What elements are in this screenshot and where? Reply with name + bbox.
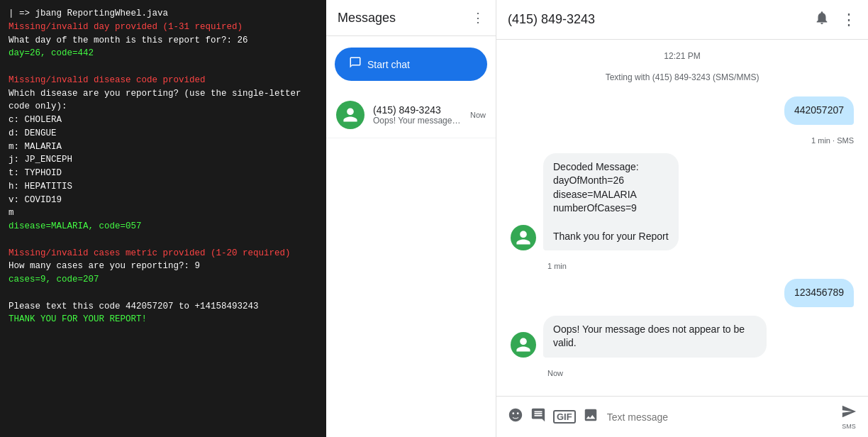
avatar-received-2 [511, 332, 536, 358]
terminal-line-18: Missing/invalid cases metric provided (1… [9, 247, 318, 260]
terminal-line-20: cases=9, code=207 [9, 273, 318, 287]
message-bubble-received-1: Decoded Message:dayOfMonth=26disease=MAL… [543, 153, 679, 251]
message-row-received-2: Oops! Your message does not appear to be… [511, 316, 854, 358]
send-button[interactable]: SMS [841, 404, 857, 430]
avatar-received-1 [511, 225, 536, 250]
message-meta-received-2: Now [547, 369, 854, 377]
avatar [336, 101, 365, 129]
chat-input-area: GIF SMS [496, 396, 868, 437]
chat-header-icons: ⋮ [814, 10, 857, 29]
chat-text-input[interactable] [607, 411, 833, 423]
send-label: SMS [842, 423, 856, 430]
terminal-line-23: THANK YOU FOR YOUR REPORT! [9, 313, 318, 326]
messages-panel: Messages ⋮ Start chat (415) 849-3243 Oop… [326, 0, 496, 437]
chat-input-icons: GIF [508, 407, 599, 426]
terminal-line-14: v: COVID19 [9, 194, 318, 207]
bell-icon[interactable] [814, 10, 830, 29]
chat-more-icon[interactable]: ⋮ [841, 11, 857, 29]
terminal-line-16: disease=MALARIA, code=057 [9, 220, 318, 233]
messages-header: Messages ⋮ [326, 0, 496, 36]
terminal-line-2: Missing/invalid day provided (1-31 requi… [9, 21, 318, 34]
timestamp-label: 12:21 PM [511, 51, 854, 61]
gif-icon[interactable]: GIF [553, 410, 576, 424]
terminal-line-8: c: CHOLERA [9, 114, 318, 127]
terminal-line-12: t: TYPHOID [9, 167, 318, 180]
send-icon [841, 404, 857, 423]
conversation-preview: Oops! Your message d... [373, 116, 462, 126]
emoji-icon[interactable] [508, 407, 523, 426]
conversation-item[interactable]: (415) 849-3243 Oops! Your message d... N… [326, 92, 496, 138]
conversation-time: Now [470, 111, 486, 119]
terminal-line-10: m: MALARIA [9, 140, 318, 154]
sub-label: Texting with (415) 849-3243 (SMS/MMS) [511, 72, 854, 82]
messages-more-icon[interactable]: ⋮ [472, 10, 484, 26]
terminal-line-1: | => jbang ReportingWheel.java [9, 7, 318, 21]
terminal-line-7: Which disease are you reporting? (use th… [9, 87, 318, 114]
chat-header: (415) 849-3243 ⋮ [496, 0, 868, 40]
start-chat-button[interactable]: Start chat [335, 48, 487, 81]
conversation-name: (415) 849-3243 [373, 104, 462, 116]
start-chat-label: Start chat [367, 59, 410, 70]
chat-icon [349, 56, 362, 72]
message-bubble-sent-1: 442057207 [784, 96, 854, 125]
chat-messages: 12:21 PM Texting with (415) 849-3243 (SM… [496, 40, 868, 396]
message-meta-sent-1: 1 min · SMS [511, 136, 854, 145]
sticker-icon[interactable] [530, 407, 546, 426]
terminal-line-4: day=26, code=442 [9, 47, 318, 60]
message-row-received-1: Decoded Message:dayOfMonth=26disease=MAL… [511, 153, 854, 251]
conversation-list: (415) 849-3243 Oops! Your message d... N… [326, 92, 496, 437]
terminal-line-3: What day of the month is this report for… [9, 34, 318, 48]
terminal-line-11: j: JP_ENCEPH [9, 153, 318, 167]
message-bubble-sent-2: 123456789 [784, 279, 854, 307]
terminal-line-15: m [9, 206, 318, 220]
terminal-panel: | => jbang ReportingWheel.java Missing/i… [0, 0, 326, 437]
terminal-line-22: Please text this code 442057207 to +1415… [9, 300, 318, 314]
terminal-line-9: d: DENGUE [9, 127, 318, 140]
chat-title: (415) 849-3243 [508, 12, 595, 27]
chat-panel: (415) 849-3243 ⋮ 12:21 PM Texting with (… [496, 0, 868, 437]
messages-title: Messages [338, 11, 396, 26]
terminal-line-6: Missing/invalid disease code provided [9, 74, 318, 87]
message-row-sent-2: 123456789 [511, 279, 854, 307]
message-meta-received-1: 1 min [547, 262, 854, 270]
conversation-info: (415) 849-3243 Oops! Your message d... [373, 104, 462, 126]
attach-icon[interactable] [583, 407, 599, 426]
message-bubble-received-2: Oops! Your message does not appear to be… [543, 316, 767, 358]
terminal-line-13: h: HEPATITIS [9, 180, 318, 194]
terminal-line-19: How many cases are you reporting?: 9 [9, 260, 318, 273]
message-row-sent-1: 442057207 [511, 96, 854, 125]
